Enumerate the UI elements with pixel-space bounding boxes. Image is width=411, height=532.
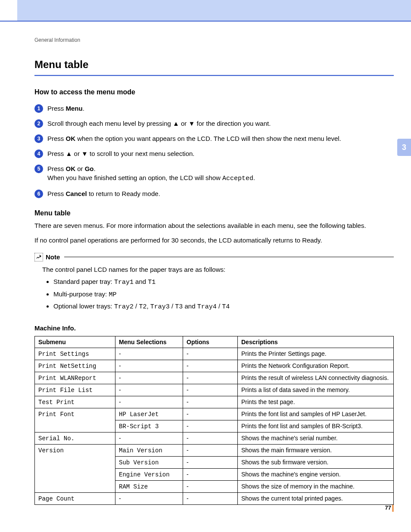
cell: - [183,408,238,420]
cell: Sub Version [119,459,159,466]
lcd-code: T4 [222,303,230,311]
body-text: There are seven menus. For more informat… [34,221,394,230]
lcd-code: Tray1 [114,279,134,286]
cell: - [115,384,183,396]
cell [35,480,115,492]
cell: Print NetSetting [38,363,96,370]
table-row: Serial No.--Shows the machine's serial n… [35,432,394,444]
text: Optional lower trays: [53,302,114,310]
table-row: Engine Version-Shows the machine's engin… [35,468,394,480]
text: . [253,174,255,181]
table-row: VersionMain Version-Shows the main firmw… [35,444,394,456]
step-badge: 1 [34,104,43,113]
cell: Prints the test page. [238,396,394,408]
list-item: Optional lower trays: Tray2 / T2, Tray3 … [53,302,394,312]
note-intro: The control panel LCD names for the pape… [42,266,225,273]
cell: - [115,492,183,504]
text: Press [47,135,66,142]
note-block: Note The control panel LCD names for the… [34,253,394,312]
lcd-code: T2 [139,303,146,311]
breadcrumb: General Information [34,37,394,43]
cell: Shows the machine's serial number. [238,432,394,444]
step-badge: 4 [34,149,43,158]
step-badge: 6 [34,190,43,198]
step-3: 3 Press OK when the option you want appe… [34,134,394,143]
cell: Prints the Network Configuration Report. [238,360,394,372]
text: Multi-purpose tray: [53,290,109,298]
cell: BR-Script 3 [119,423,159,430]
col-descriptions: Descriptions [238,336,394,348]
table-row: BR-Script 3-Prints the font list and sam… [35,420,394,432]
page-number-accent [392,505,394,512]
text: . [94,165,96,172]
note-rule [64,257,394,257]
lcd-code: Tray4 [197,303,217,311]
cell: - [115,372,183,384]
cell: - [183,384,238,396]
text: when the option you want appears on the … [75,135,341,142]
cell: - [183,348,238,360]
paragraph-title: Menu table [34,209,394,217]
cell: Print Settings [38,351,89,358]
cell: Serial No. [38,435,75,442]
cell: - [115,348,183,360]
text: Standard paper tray: [53,278,114,285]
table-title: Machine Info. [34,324,394,332]
text: Press [47,150,66,157]
cell: Version [38,447,64,454]
cell: Print WLANReport [38,375,96,382]
text: . [83,105,84,112]
cell: - [183,492,238,504]
cell: Prints a list of data saved in the memor… [238,384,394,396]
note-icon [34,253,43,261]
text: to scroll to your next menu selection. [88,150,195,157]
table-row: Test Print--Prints the test page. [35,396,394,408]
text: or [72,150,81,157]
menu-table: Submenu Menu Selections Options Descript… [34,336,394,505]
text: Scroll through each menu level by pressi… [47,120,173,127]
cell: RAM Size [119,483,148,490]
text: Press [47,105,66,112]
title-underline [34,75,394,76]
cell [35,456,115,468]
step-list: 1 Press Menu. 2 Scroll through each menu… [34,104,394,198]
cell: Prints the font list and samples of HP L… [238,408,394,420]
cell: Shows the machine's engine version. [238,468,394,480]
note-label: Note [46,253,60,261]
step-2: 2 Scroll through each menu level by pres… [34,119,394,128]
step-badge: 5 [34,165,43,173]
text: Press [47,190,66,197]
table-row: Sub Version-Shows the sub firmware versi… [35,456,394,468]
text: / [217,302,222,310]
table-row: RAM Size-Shows the size of memory in the… [35,480,394,492]
table-row: Print File List--Prints a list of data s… [35,384,394,396]
up-arrow-icon: ▲ [66,150,72,157]
lcd-code: Tray3 [150,303,170,311]
cell: - [183,444,238,456]
col-menu-selections: Menu Selections [115,336,183,348]
cell: Shows the size of memory in the machine. [238,480,394,492]
text: to return to Ready mode. [87,190,160,197]
cell: - [115,360,183,372]
list-item: Standard paper tray: Tray1 and T1 [53,277,394,288]
text: or [75,165,85,172]
cell: Prints the result of wireless LAN connec… [238,372,394,384]
step-badge: 3 [34,134,43,143]
cell: - [115,396,183,408]
header-band [0,0,411,21]
table-row: Print FontHP LaserJet-Prints the font li… [35,408,394,420]
step-4: 4 Press ▲ or ▼ to scroll to your next me… [34,149,394,158]
lcd-code: T3 [175,303,183,311]
table-row: Page Count--Shows the current total prin… [35,492,394,504]
table-row: Print Settings--Prints the Printer Setti… [35,348,394,360]
cell: - [183,432,238,444]
step-1: 1 Press Menu. [34,104,394,113]
lcd-code: T1 [148,279,156,286]
list-item: Multi-purpose tray: MP [53,289,394,300]
col-options: Options [183,336,238,348]
cell: - [183,456,238,468]
cell: Page Count [38,495,75,502]
up-arrow-icon: ▲ [173,120,179,127]
lcd-code: Accepted [222,175,253,182]
cell: Main Version [119,447,162,454]
